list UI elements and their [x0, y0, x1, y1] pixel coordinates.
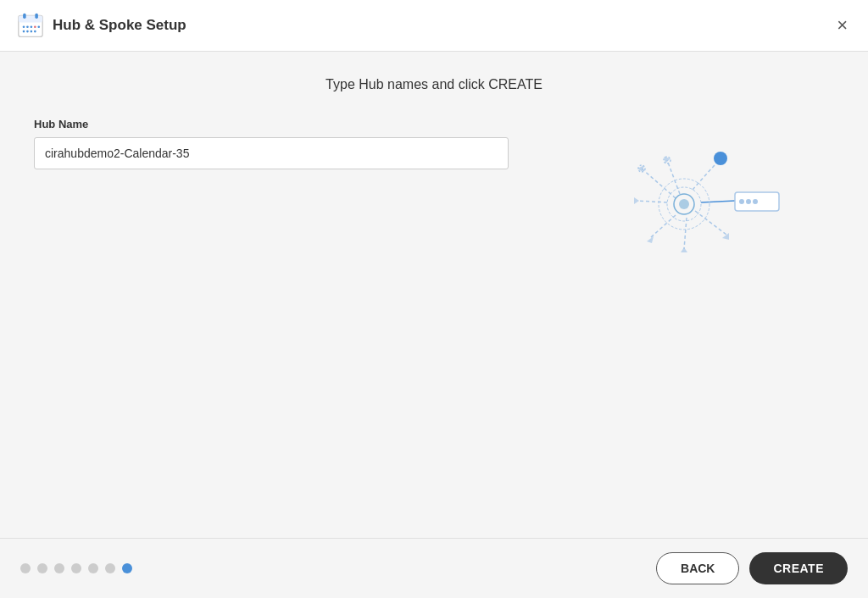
svg-line-18: [684, 218, 687, 249]
title-area: Hub & Spoke Setup: [17, 12, 186, 39]
hub-spoke-dialog: Hub & Spoke Setup × Type Hub names and c…: [0, 0, 868, 598]
dialog-title: Hub & Spoke Setup: [53, 17, 186, 34]
svg-point-6: [31, 25, 33, 28]
diagram-svg: [595, 126, 782, 279]
dialog-footer: BACK CREATE: [0, 538, 868, 598]
svg-point-5: [26, 25, 29, 28]
svg-rect-1: [19, 15, 42, 22]
form-section: Hub Name: [34, 118, 834, 287]
dialog-header: Hub & Spoke Setup ×: [0, 0, 868, 52]
svg-point-7: [34, 25, 36, 28]
svg-line-20: [637, 201, 667, 202]
svg-marker-31: [647, 236, 654, 243]
footer-buttons: BACK CREATE: [656, 552, 848, 584]
instruction-text: Type Hub names and click CREATE: [34, 77, 834, 92]
pagination-dot-3: [54, 563, 64, 573]
back-button[interactable]: BACK: [656, 552, 739, 584]
svg-point-37: [753, 199, 758, 204]
hub-name-label: Hub Name: [34, 118, 509, 130]
hub-name-input[interactable]: [34, 137, 509, 169]
pagination-dot-1: [20, 563, 31, 573]
svg-marker-30: [681, 247, 687, 252]
pagination-dot-6: [105, 563, 115, 573]
svg-rect-2: [23, 14, 26, 19]
svg-line-17: [695, 211, 726, 235]
svg-line-16: [701, 201, 735, 202]
svg-point-36: [746, 199, 751, 204]
svg-point-33: [714, 152, 727, 165]
svg-rect-3: [35, 14, 38, 19]
svg-point-11: [31, 30, 33, 33]
dialog-body: Type Hub names and click CREATE Hub Name: [0, 52, 868, 538]
calendar-icon: [17, 12, 44, 39]
form-left: Hub Name: [34, 118, 509, 169]
svg-point-10: [26, 30, 29, 33]
svg-point-35: [739, 199, 744, 204]
pagination-dots: [20, 563, 132, 573]
close-button[interactable]: ×: [833, 16, 851, 35]
pagination-dot-2: [37, 563, 47, 573]
svg-point-8: [37, 25, 40, 28]
svg-line-14: [667, 160, 680, 194]
svg-point-9: [23, 30, 25, 33]
create-button[interactable]: CREATE: [749, 552, 848, 584]
svg-point-12: [34, 30, 36, 33]
svg-point-24: [679, 199, 689, 209]
svg-point-4: [23, 25, 25, 28]
pagination-dot-5: [88, 563, 98, 573]
svg-marker-32: [634, 197, 639, 204]
pagination-dot-4: [71, 563, 81, 573]
pagination-dot-7: [122, 563, 132, 573]
hub-spoke-diagram: [542, 118, 834, 287]
